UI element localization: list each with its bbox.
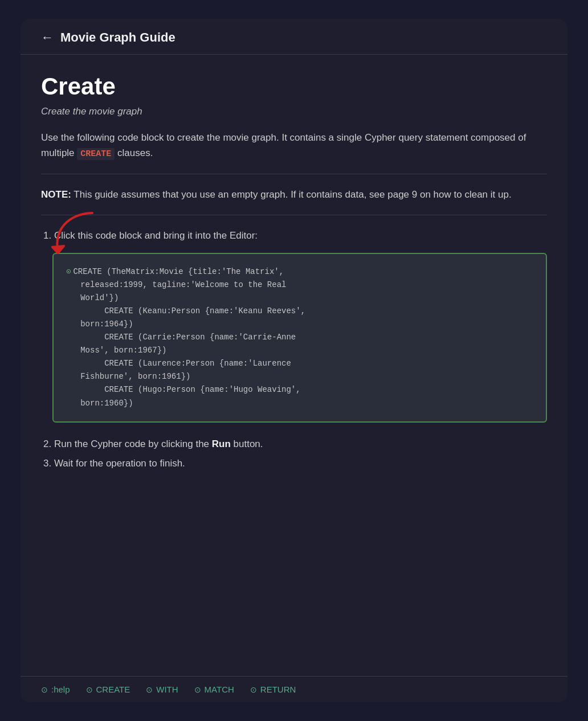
- footer-label-with: WITH: [156, 685, 178, 694]
- run-bold: Run: [212, 439, 231, 449]
- content-area: Create Create the movie graph Use the fo…: [21, 55, 567, 676]
- footer-link-match[interactable]: ⊙ MATCH: [194, 685, 234, 694]
- steps-list: 2. Run the Cypher code by clicking the R…: [43, 436, 547, 472]
- footer-link-with[interactable]: ⊙ WITH: [146, 685, 178, 694]
- page-subtitle: Create the movie graph: [41, 106, 547, 117]
- description-text: Use the following code block to create t…: [41, 130, 547, 161]
- back-arrow-icon[interactable]: ←: [41, 30, 54, 45]
- footer-link-return[interactable]: ⊙ RETURN: [250, 685, 296, 694]
- footer-play-icon-help: ⊙: [41, 685, 48, 694]
- code-content: CREATE (TheMatrix:Movie {title:'The Matr…: [66, 267, 305, 408]
- header-title: Movie Graph Guide: [60, 30, 175, 45]
- divider-2: [41, 215, 547, 215]
- footer-label-help: :help: [51, 685, 70, 694]
- code-play-icon: ⊙: [66, 267, 71, 276]
- page-title: Create: [41, 73, 547, 100]
- footer-play-icon-with: ⊙: [146, 685, 153, 694]
- step-3-text: 3. Wait for the operation to finish.: [43, 456, 547, 472]
- footer-label-match: MATCH: [205, 685, 234, 694]
- step-1-text: 1. Click this code block and bring it in…: [43, 228, 547, 243]
- footer-play-icon-return: ⊙: [250, 685, 257, 694]
- footer-play-icon-create: ⊙: [86, 685, 93, 694]
- code-block-wrapper: ⊙CREATE (TheMatrix:Movie {title:'The Mat…: [52, 253, 547, 423]
- create-keyword: CREATE: [77, 148, 115, 160]
- footer-link-help[interactable]: ⊙ :help: [41, 685, 70, 694]
- footer-label-return: RETURN: [260, 685, 296, 694]
- main-container: ← Movie Graph Guide Create Create the mo…: [21, 19, 567, 702]
- divider-1: [41, 174, 547, 174]
- header: ← Movie Graph Guide: [21, 19, 567, 55]
- note-bold: NOTE:: [41, 189, 71, 200]
- note-paragraph: NOTE: This guide assumes that you use an…: [41, 187, 547, 202]
- code-block[interactable]: ⊙CREATE (TheMatrix:Movie {title:'The Mat…: [52, 253, 547, 423]
- footer-link-create[interactable]: ⊙ CREATE: [86, 685, 130, 694]
- footer-play-icon-match: ⊙: [194, 685, 201, 694]
- footer: ⊙ :help ⊙ CREATE ⊙ WITH ⊙ MATCH ⊙ RETURN: [21, 676, 567, 702]
- footer-label-create: CREATE: [96, 685, 130, 694]
- step-2-text: 2. Run the Cypher code by clicking the R…: [43, 436, 547, 452]
